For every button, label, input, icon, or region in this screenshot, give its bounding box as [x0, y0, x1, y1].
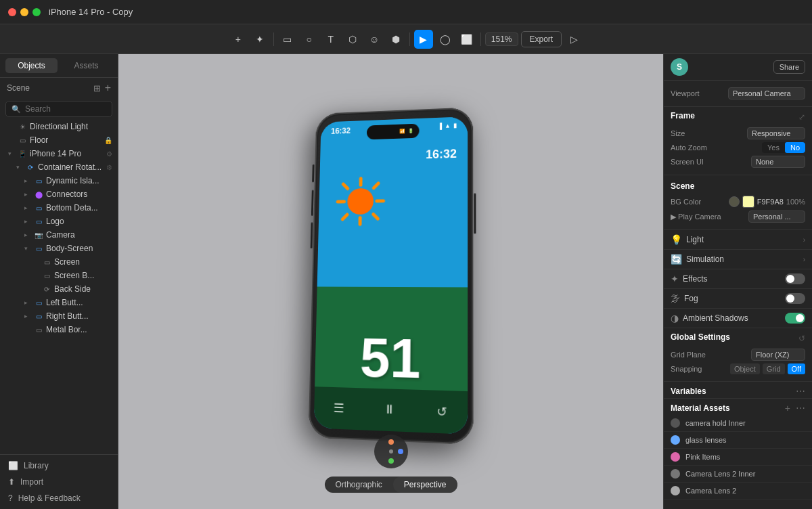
material-menu-icon[interactable]: ⋯ — [796, 403, 805, 414]
yes-btn[interactable]: Yes — [762, 142, 785, 153]
expand-icon: ▾ — [24, 245, 31, 252]
crop-tool-btn[interactable]: ⬜ — [457, 30, 476, 49]
global-settings-icon[interactable]: ↺ — [798, 334, 805, 343]
tree-item-screen-b[interactable]: ▭ Screen B... — [0, 269, 118, 282]
separator-3 — [480, 32, 481, 46]
zoom-display[interactable]: 151% — [485, 32, 518, 46]
light-expandable[interactable]: 💡 Light › — [664, 230, 812, 250]
emoji-tool-btn[interactable]: ☺ — [365, 30, 384, 49]
phone-model[interactable]: 📶 🔋 16:32 ▐ ▲ ▮ — [310, 106, 472, 437]
effects-toggle[interactable] — [785, 273, 805, 284]
material-glass-lenses[interactable]: glass lenses — [664, 432, 812, 449]
camera-gizmo[interactable] — [374, 435, 408, 468]
tab-assets[interactable]: Assets — [60, 58, 112, 73]
play-button[interactable]: ▷ — [564, 30, 583, 49]
ambient-toggle[interactable] — [785, 313, 805, 324]
snap-object-btn[interactable]: Object — [730, 363, 760, 374]
grid-plane-select[interactable]: Floor (XZ) — [751, 349, 805, 361]
close-dot[interactable] — [8, 8, 16, 16]
bg-color-value: F9F9A8 — [757, 198, 784, 206]
perspective-btn[interactable]: Perspective — [393, 477, 457, 493]
toolbar-center: + ✦ ▭ ○ T ⬡ ☺ ⬢ ▶ ◯ ⬜ 151% Export ▷ — [229, 30, 583, 49]
settings-icon[interactable]: ⚙ — [106, 150, 112, 158]
select-tool-btn[interactable]: ✦ — [250, 30, 269, 49]
add-scene-icon[interactable]: + — [105, 82, 111, 94]
variables-dots[interactable]: ⋯ — [796, 386, 805, 397]
settings-icon[interactable]: ⚙ — [106, 164, 112, 171]
mat-label-cam2: Camera Lens 2 — [685, 487, 736, 495]
simulation-expandable[interactable]: 🔄 Simulation › — [664, 250, 812, 269]
export-button[interactable]: Export — [521, 31, 562, 47]
conn-icon: ⬤ — [34, 190, 43, 199]
ambient-shadows-expandable[interactable]: ◑ Ambient Shadows — [664, 309, 812, 328]
hand-tool-btn[interactable]: ◯ — [436, 30, 455, 49]
play-camera-select[interactable]: Personal ... — [748, 211, 805, 223]
size-select[interactable]: Responsive — [747, 127, 805, 139]
import-label: Import — [20, 477, 43, 487]
floor-icon: ▭ — [18, 135, 27, 145]
hex-tool-btn[interactable]: ⬡ — [343, 30, 362, 49]
grid-icon[interactable]: ⊞ — [93, 83, 101, 93]
tree-label: Container Rotat... — [38, 162, 102, 172]
material-pink-items[interactable]: Pink Items — [664, 449, 812, 466]
no-btn[interactable]: No — [785, 142, 805, 153]
rect-tool-btn[interactable]: ▭ — [278, 30, 297, 49]
library-item[interactable]: ⬜ Library — [0, 458, 118, 474]
tree-item-dynamic-isla[interactable]: ▸ ▭ Dynamic Isla... — [0, 174, 118, 187]
tab-objects[interactable]: Objects — [5, 58, 58, 73]
sun-svg — [334, 175, 386, 228]
snap-off-btn[interactable]: Off — [788, 363, 805, 374]
orthographic-btn[interactable]: Orthographic — [324, 477, 392, 493]
fog-toggle[interactable] — [785, 293, 805, 304]
tree-item-connectors[interactable]: ▸ ⬤ Connectors — [0, 187, 118, 201]
frame-expand-icon[interactable]: ⤢ — [798, 112, 805, 122]
tree-item-metal-bor[interactable]: ▭ Metal Bor... — [0, 323, 118, 336]
tree-item-iphone[interactable]: ▾ 📱 iPhone 14 Pro ⚙ — [0, 147, 118, 160]
maximize-dot[interactable] — [32, 8, 41, 16]
tree-item-camera[interactable]: ▸ 📷 Camera — [0, 228, 118, 242]
tree-item-screen[interactable]: ▭ Screen — [0, 255, 118, 269]
tree-item-right-butt[interactable]: ▸ ▭ Right Butt... — [0, 309, 118, 323]
tree-item-body-screen[interactable]: ▾ ▭ Body-Screen — [0, 242, 118, 255]
material-camera-lens-2-inner[interactable]: Camera Lens 2 Inner — [664, 466, 812, 483]
screenb-icon: ▭ — [42, 271, 51, 280]
variables-title: Variables — [671, 386, 706, 396]
share-button[interactable]: Share — [773, 60, 805, 74]
material-assets-header: Material Assets + ⋯ — [664, 399, 812, 415]
simulation-chevron: › — [803, 256, 805, 263]
add-tool-btn[interactable]: + — [229, 30, 248, 49]
vol-up-btn — [311, 190, 313, 216]
tree-item-logo[interactable]: ▸ ▭ Logo — [0, 215, 118, 228]
tree-item-left-butt[interactable]: ▸ ▭ Left Butt... — [0, 296, 118, 309]
bg-color-label: BG Color — [671, 198, 701, 206]
view-buttons: Orthographic Perspective — [324, 477, 457, 493]
material-add-icon[interactable]: + — [785, 403, 790, 414]
bg-color-swatch[interactable] — [742, 196, 754, 208]
svg-point-8 — [347, 188, 374, 215]
search-input[interactable] — [25, 104, 106, 114]
text-tool-btn[interactable]: T — [321, 30, 340, 49]
tree-item-bottom-deta[interactable]: ▸ ▭ Bottom Deta... — [0, 201, 118, 215]
tree-item-floor[interactable]: ▭ Floor 🔒 — [0, 133, 118, 147]
bg-color-row: BG Color F9F9A8 100% — [671, 196, 805, 208]
tree-item-directional-light[interactable]: ☀ Directional Light — [0, 120, 118, 133]
poly-tool-btn[interactable]: ⬢ — [386, 30, 405, 49]
material-camera-hold[interactable]: camera hold Inner — [664, 415, 812, 432]
fog-expandable[interactable]: 🌫 Fog — [664, 289, 812, 309]
effects-expandable[interactable]: ✦ Effects — [664, 269, 812, 289]
bg-toggle[interactable] — [729, 196, 740, 207]
screen-ui-select[interactable]: None — [751, 156, 805, 168]
tree-item-container-rot[interactable]: ▾ ⟳ Container Rotat... ⚙ — [0, 160, 118, 174]
import-item[interactable]: ⬆ Import — [0, 474, 118, 490]
snap-grid-btn[interactable]: Grid — [763, 363, 785, 374]
circle-tool-btn[interactable]: ○ — [300, 30, 319, 49]
cursor-tool-btn[interactable]: ▶ — [414, 30, 433, 49]
scene-tree: ☀ Directional Light ▭ Floor 🔒 ▾ 📱 iPhone… — [0, 120, 118, 454]
canvas-area[interactable]: 📶 🔋 16:32 ▐ ▲ ▮ — [118, 54, 663, 509]
minimize-dot[interactable] — [20, 8, 28, 16]
help-item[interactable]: ? Help & Feedback — [0, 490, 118, 506]
viewport-select[interactable]: Personal Camera — [728, 87, 805, 99]
tree-item-back-side[interactable]: ⟳ Back Side — [0, 282, 118, 296]
window-controls[interactable] — [8, 8, 41, 16]
material-camera-lens-2[interactable]: Camera Lens 2 — [664, 483, 812, 500]
